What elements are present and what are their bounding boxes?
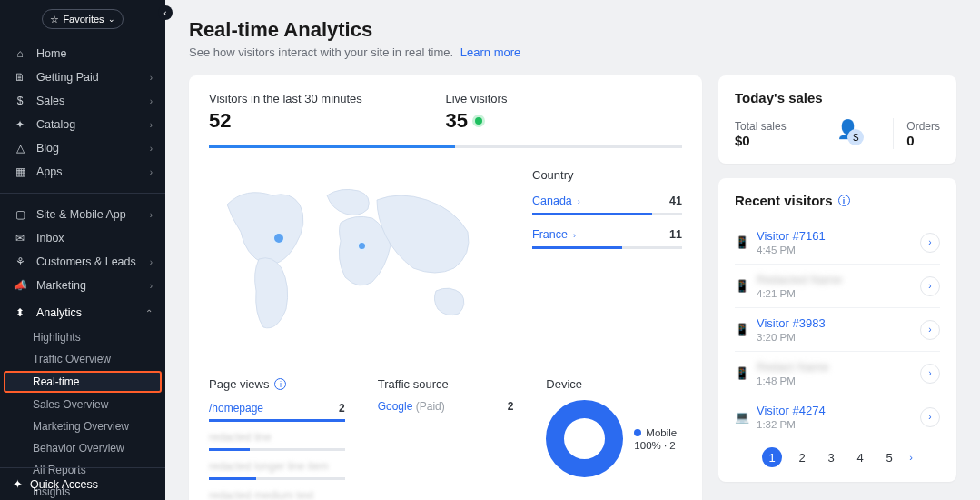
sidebar-subitem[interactable]: Traffic Overview <box>0 348 165 370</box>
sidebar-item[interactable]: ✉ Inbox <box>0 226 165 250</box>
recent-visitors-card: Recent visitors i 📱 Visitor #7161 4:45 P… <box>718 178 956 482</box>
page-button[interactable]: 3 <box>822 451 840 465</box>
learn-more-link[interactable]: Learn more <box>460 45 520 59</box>
chart-legend: Mobile 100% · 2 <box>634 427 677 451</box>
nav-icon: ▦ <box>13 165 27 178</box>
orders-stat: Orders 0 <box>906 120 940 148</box>
quick-access-label: Quick Access <box>30 478 98 491</box>
nav-icon: ⚘ <box>13 255 27 268</box>
sidebar-subitem[interactable]: Real-time <box>4 371 162 393</box>
sidebar-subitem[interactable]: Behavior Overview <box>0 437 165 459</box>
chevron-right-icon: › <box>150 257 153 267</box>
sidebar-item[interactable]: ⚘ Customers & Leads › <box>0 250 165 274</box>
main-content: Real-time Analytics See how visitors int… <box>165 0 980 500</box>
visitors-progress <box>209 145 682 148</box>
sidebar-item[interactable]: $ Sales › <box>0 89 165 113</box>
visitor-name: Visitor #4274 <box>757 404 920 417</box>
sidebar-subitem[interactable]: Marketing Overview <box>0 415 165 437</box>
sidebar: ‹ ☆ Favorites ⌄ ⌂ Home 🗎 Getting Paid › … <box>0 0 165 500</box>
visitor-name: Redact Name <box>757 360 920 374</box>
sidebar-item[interactable]: ▢ Site & Mobile App › <box>0 203 165 226</box>
nav-icon: 📣 <box>13 279 27 292</box>
nav-icon: ✦ <box>13 118 27 131</box>
star-icon: ☆ <box>50 14 59 25</box>
analytics-card: Visitors in the last 30 minutes 52 Live … <box>189 75 702 500</box>
visitor-time: 3:20 PM <box>757 332 920 343</box>
device-section: Device Mobile 100% · 2 <box>546 377 682 500</box>
favorites-button[interactable]: ☆ Favorites ⌄ <box>42 9 124 29</box>
visitor-detail-button[interactable]: › <box>920 407 940 427</box>
page-next-button[interactable]: › <box>909 452 913 463</box>
info-icon[interactable]: i <box>274 378 286 390</box>
country-row[interactable]: Canada› 41 <box>532 191 682 209</box>
favorites-label: Favorites <box>63 14 104 25</box>
device-icon: 📱 <box>735 366 747 380</box>
todays-sales-card: Today's sales Total sales $0 👤 $ Orders <box>718 75 956 164</box>
live-indicator-icon <box>475 117 482 125</box>
device-icon: 📱 <box>735 323 747 336</box>
visitor-detail-button[interactable]: › <box>920 233 940 253</box>
visitor-row[interactable]: 📱 Redact Name 1:48 PM › <box>735 351 940 395</box>
chevron-right-icon: › <box>150 210 153 220</box>
visitor-row[interactable]: 📱 Redacted Name 4:21 PM › <box>735 264 940 307</box>
live-visitors-stat: Live visitors 35 <box>446 92 683 133</box>
pageview-row[interactable]: redacted medium text <box>209 487 345 500</box>
nav-icon: ✉ <box>13 232 27 245</box>
pageviews-section: Page views i /homepage2 redacted line re… <box>209 377 345 500</box>
visitor-name: Visitor #3983 <box>757 316 920 330</box>
quick-access-button[interactable]: ✦ Quick Access <box>0 467 165 500</box>
sidebar-subitem[interactable]: Highlights <box>0 326 165 348</box>
visitor-detail-button[interactable]: › <box>920 364 940 384</box>
sidebar-item-label: Site & Mobile App <box>36 208 126 221</box>
visitor-time: 1:32 PM <box>757 419 920 430</box>
visitor-time: 1:48 PM <box>757 375 920 386</box>
page-button[interactable]: 4 <box>851 451 869 465</box>
map-marker <box>357 241 367 251</box>
sidebar-item[interactable]: ✦ Catalog › <box>0 113 165 136</box>
page-button[interactable]: 1 <box>762 447 782 467</box>
visitor-row[interactable]: 💻 Visitor #4274 1:32 PM › <box>735 395 940 438</box>
country-row[interactable]: France› 11 <box>532 225 682 243</box>
visitor-row[interactable]: 📱 Visitor #3983 3:20 PM › <box>735 307 940 351</box>
traffic-source-row[interactable]: Google (Paid) 2 <box>378 400 514 413</box>
nav-icon: ▢ <box>13 208 27 221</box>
sidebar-collapse-button[interactable]: ‹ <box>158 5 173 20</box>
sidebar-item-analytics[interactable]: ⬍ Analytics ⌃ <box>0 301 165 325</box>
nav-icon: △ <box>13 142 27 155</box>
traffic-source-section: Traffic source Google (Paid) 2 <box>378 377 514 500</box>
sidebar-item[interactable]: △ Blog › <box>0 136 165 160</box>
visitor-name: Redacted Name <box>757 273 920 286</box>
nav-icon: ⌂ <box>13 47 27 60</box>
analytics-icon: ⬍ <box>13 306 27 319</box>
stat-value: 35 <box>446 109 683 133</box>
sidebar-item[interactable]: ▦ Apps › <box>0 160 165 184</box>
page-button[interactable]: 2 <box>793 451 811 465</box>
sidebar-item-label: Getting Paid <box>36 71 99 84</box>
visitor-detail-button[interactable]: › <box>920 320 940 340</box>
visitor-time: 4:45 PM <box>757 245 920 255</box>
sidebar-item[interactable]: ⌂ Home <box>0 42 165 65</box>
visitor-time: 4:21 PM <box>757 288 920 299</box>
device-icon: 📱 <box>735 235 747 249</box>
pageview-row[interactable]: redacted line <box>209 429 345 445</box>
map-svg <box>209 168 500 350</box>
map-marker <box>272 232 285 245</box>
nav-secondary: ▢ Site & Mobile App › ✉ Inbox ⚘ Customer… <box>0 199 165 301</box>
sidebar-item[interactable]: 📣 Marketing › <box>0 274 165 297</box>
info-icon[interactable]: i <box>838 195 850 206</box>
stat-value: 52 <box>209 109 446 133</box>
visitor-detail-button[interactable]: › <box>920 276 940 296</box>
page-title: Real-time Analytics <box>189 18 956 42</box>
sidebar-item-label: Apps <box>36 165 63 178</box>
chevron-right-icon: › <box>150 281 153 291</box>
visitor-row[interactable]: 📱 Visitor #7161 4:45 PM › <box>735 221 940 264</box>
pageview-row[interactable]: redacted longer line item <box>209 458 345 475</box>
sidebar-subitem[interactable]: Sales Overview <box>0 394 165 415</box>
sidebar-item[interactable]: 🗎 Getting Paid › <box>0 65 165 89</box>
world-map <box>209 168 500 350</box>
pageview-row[interactable]: /homepage2 <box>209 400 345 416</box>
page-button[interactable]: 5 <box>880 451 898 465</box>
section-title: Page views i <box>209 377 345 391</box>
section-title: Traffic source <box>378 377 514 391</box>
pagination: 12345› <box>735 447 940 467</box>
